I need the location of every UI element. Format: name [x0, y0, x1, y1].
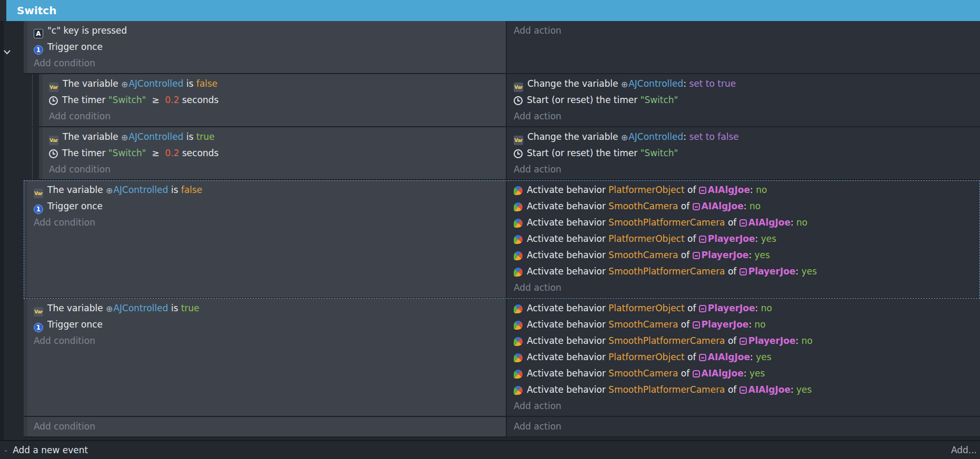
text-segment: set to true: [689, 78, 736, 89]
action-line[interactable]: Change the variable AJControlled: set to…: [514, 129, 977, 145]
text-segment: "c" key is pressed: [47, 25, 127, 36]
variable-icon: [514, 83, 523, 92]
text-segment: AIAlgJoe: [702, 368, 744, 379]
text-segment: AIAlgJoe: [748, 384, 791, 395]
condition-line[interactable]: The variable AJControlled is false: [49, 76, 503, 92]
action-line[interactable]: Activate behavior SmoothPlatformerCamera…: [514, 333, 977, 349]
condition-line[interactable]: The variable AJControlled is true: [49, 129, 503, 145]
condition-line[interactable]: The variable AJControlled is false: [34, 182, 503, 198]
text-segment: Activate behavior: [527, 384, 608, 395]
text-segment: Start (or reset) the timer: [527, 95, 641, 105]
add-action-button[interactable]: Add action: [514, 280, 977, 296]
add-more-button[interactable]: Add...: [951, 445, 978, 455]
conditions-column: The variable AJControlled is trueTrigger…: [24, 299, 507, 416]
text-segment: true: [196, 131, 215, 142]
action-line[interactable]: Start (or reset) the timer "Switch": [514, 145, 977, 161]
text-segment: of: [685, 233, 699, 244]
behavior-icon: [514, 268, 523, 277]
collapse-chevron-icon[interactable]: [3, 46, 11, 57]
events-list: "c" key is pressedTrigger onceAdd condit…: [14, 21, 980, 440]
add-new-event-button[interactable]: Add a new event: [13, 445, 88, 455]
condition-line[interactable]: The timer "Switch" ≥ 0.2 seconds: [49, 145, 503, 161]
action-line[interactable]: Activate behavior PlatformerObject of Pl…: [514, 300, 977, 317]
trigger-once-icon: [34, 205, 43, 214]
add-condition-button[interactable]: Add condition: [34, 55, 503, 72]
text-segment: PlayerJoe: [702, 319, 749, 330]
timer-icon: [514, 149, 523, 158]
action-line[interactable]: Start (or reset) the timer "Switch": [514, 92, 977, 108]
conditions-column: Add condition: [24, 417, 507, 436]
action-line[interactable]: Activate behavior SmoothPlatformerCamera…: [514, 263, 977, 280]
condition-line[interactable]: Trigger once: [34, 317, 503, 333]
condition-line[interactable]: The timer "Switch" ≥ 0.2 seconds: [49, 92, 503, 108]
text-segment: AJControlled: [628, 131, 683, 142]
action-line[interactable]: Activate behavior SmoothPlatformerCamera…: [514, 382, 977, 398]
behavior-icon: [514, 304, 523, 313]
text-segment: The timer: [62, 95, 108, 105]
footer-left: - Add a new event: [4, 445, 88, 455]
text-segment: PlayerJoe: [708, 233, 755, 244]
text-segment: SmoothPlatformerCamera: [608, 217, 725, 228]
text-segment: :: [744, 201, 749, 211]
variable-icon: [514, 136, 523, 145]
add-condition-button[interactable]: Add condition: [49, 108, 503, 125]
condition-line[interactable]: Trigger once: [34, 198, 503, 215]
event-group-header[interactable]: Switch: [0, 0, 980, 21]
text-segment: SmoothCamera: [608, 201, 678, 211]
text-segment: AIAlgJoe: [702, 201, 744, 211]
action-line[interactable]: Change the variable AJControlled: set to…: [514, 76, 977, 92]
text-segment: :: [755, 233, 761, 244]
action-line[interactable]: Activate behavior SmoothCamera of Player…: [514, 247, 977, 263]
text-segment: Activate behavior: [527, 250, 608, 260]
text-segment: :: [796, 335, 802, 346]
text-segment: of: [678, 368, 692, 379]
object-icon: [693, 370, 700, 378]
text-segment: :: [744, 368, 749, 379]
trigger-once-icon: [34, 45, 43, 55]
behavior-icon: [514, 370, 523, 379]
actions-column: Activate behavior PlatformerObject of Pl…: [507, 299, 980, 416]
add-condition-button[interactable]: Add condition: [34, 333, 503, 349]
action-line[interactable]: Activate behavior PlatformerObject of AI…: [514, 349, 977, 365]
add-action-button[interactable]: Add action: [514, 108, 977, 125]
text-segment: yes: [755, 250, 770, 260]
action-line[interactable]: Activate behavior SmoothCamera of AIAlgJ…: [514, 365, 977, 382]
text-segment: The timer: [62, 148, 108, 158]
text-segment: no: [802, 335, 813, 346]
text-segment: Start (or reset) the timer: [527, 148, 641, 158]
conditions-column: The variable AJControlled is falseTrigge…: [24, 180, 507, 298]
add-condition-button[interactable]: Add condition: [34, 419, 503, 435]
text-segment: SmoothCamera: [608, 250, 678, 260]
event-sheet-editor: Switch "c" key is pressedTrigger onceAdd…: [0, 0, 980, 459]
add-action-button[interactable]: Add action: [514, 419, 977, 435]
condition-line[interactable]: "c" key is pressed: [34, 23, 503, 39]
group-title: Switch: [6, 4, 56, 17]
add-condition-button[interactable]: Add condition: [49, 161, 503, 178]
action-line[interactable]: Activate behavior SmoothPlatformerCamera…: [514, 215, 977, 231]
action-line[interactable]: Activate behavior PlatformerObject of Pl…: [514, 231, 977, 247]
text-segment: SmoothCamera: [608, 368, 678, 379]
condition-line[interactable]: The variable AJControlled is true: [34, 300, 503, 317]
condition-line[interactable]: Trigger once: [34, 39, 503, 55]
text-segment: "Switch": [108, 148, 146, 158]
event-row: The variable AJControlled is falseTrigge…: [24, 180, 980, 299]
text-segment: :: [755, 303, 761, 313]
actions-column: Add action: [507, 21, 980, 73]
add-condition-button[interactable]: Add condition: [34, 215, 503, 231]
action-line[interactable]: Activate behavior SmoothCamera of AIAlgJ…: [514, 198, 977, 215]
add-action-button[interactable]: Add action: [514, 23, 977, 39]
behavior-icon: [514, 337, 523, 346]
object-icon: [739, 338, 747, 345]
text-segment: SmoothCamera: [608, 319, 678, 330]
add-action-button[interactable]: Add action: [514, 161, 977, 178]
event-row: The variable AJControlled is trueTrigger…: [24, 299, 980, 417]
text-segment: PlatformerObject: [608, 303, 685, 313]
text-segment: SmoothPlatformerCamera: [608, 335, 725, 346]
action-line[interactable]: Activate behavior PlatformerObject of AI…: [514, 182, 977, 198]
action-line[interactable]: Activate behavior SmoothCamera of Player…: [514, 317, 977, 333]
object-icon: [699, 236, 706, 243]
text-segment: Activate behavior: [527, 319, 608, 330]
add-action-button[interactable]: Add action: [514, 398, 977, 414]
text-segment: AIAlgJoe: [708, 352, 750, 362]
left-gutter: [0, 21, 14, 440]
